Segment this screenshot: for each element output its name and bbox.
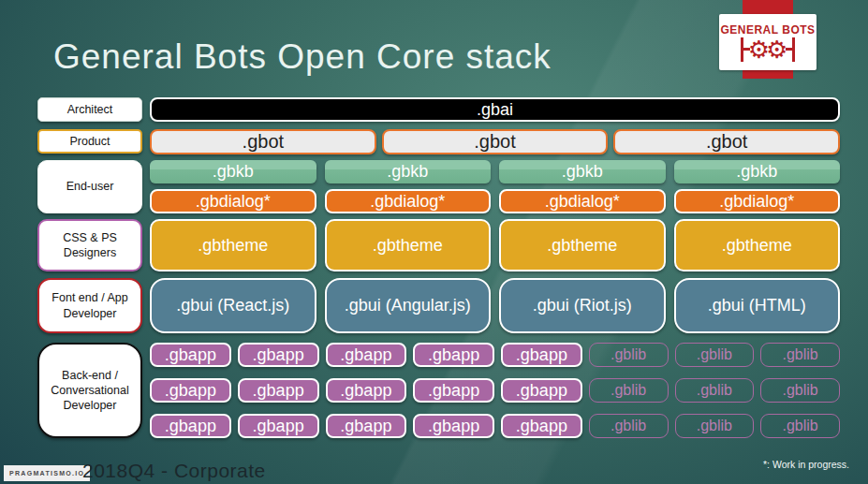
- row-gbkb: .gbkb .gbkb .gbkb .gbkb: [150, 160, 840, 183]
- row-gbui: .gbui (React.js) .gbui (Angular.js) .gbu…: [150, 278, 840, 333]
- gbapp-box: .gbapp: [413, 343, 494, 367]
- gblib-box: .gblib: [675, 378, 755, 403]
- gbkb-box: .gbkb: [325, 160, 492, 183]
- gear-end-bar-icon: [792, 37, 795, 62]
- gbapp-box: .gbapp: [501, 343, 582, 367]
- gbapp-box: .gbapp: [326, 414, 407, 438]
- gbot-box: .gbot: [613, 129, 840, 154]
- row-label-backend-conversational-developer: Back-end / Conversational Developer: [37, 343, 142, 438]
- gbdialog-box: .gbdialog*: [150, 189, 316, 213]
- logo-wordmark: GENERAL BOTS: [720, 23, 815, 37]
- gbkb-box: .gbkb: [150, 160, 316, 183]
- pragmatismo-logo: PRAGMATISMO.IO: [4, 465, 90, 481]
- page-title: General Bots Open Core stack: [53, 37, 552, 77]
- row-gbtheme: .gbtheme .gbtheme .gbtheme .gbtheme: [150, 219, 840, 271]
- slide: General Bots Open Core stack GENERAL BOT…: [0, 0, 868, 484]
- gbapp-box: .gbapp: [150, 414, 231, 438]
- gbui-html-box: .gbui (HTML): [674, 278, 841, 333]
- row-gbapp-gblib-3: .gbapp .gbapp .gbapp .gbapp .gbapp .gbli…: [150, 414, 840, 438]
- gbapp-box: .gbapp: [150, 378, 231, 403]
- gbui-react-box: .gbui (React.js): [150, 278, 316, 333]
- gblib-box: .gblib: [589, 414, 669, 438]
- gblib-box: .gblib: [760, 414, 840, 438]
- row-label-css-ps-designers: CSS & PS Designers: [37, 219, 142, 271]
- gblib-box: .gblib: [589, 343, 669, 367]
- row-label-architect: Architect: [37, 97, 142, 122]
- work-in-progress-footnote: *: Work in progress.: [763, 459, 849, 470]
- footer-caption: 2018Q4 - Corporate: [82, 460, 266, 482]
- gbui-angular-box: .gbui (Angular.js): [325, 278, 492, 333]
- gbapp-box: .gbapp: [413, 378, 494, 403]
- gbot-box: .gbot: [382, 129, 609, 154]
- gbapp-box: .gbapp: [501, 414, 582, 438]
- gbdialog-box: .gbdialog*: [674, 189, 841, 213]
- row-gbapp-gblib-1: .gbapp .gbapp .gbapp .gbapp .gbapp .gbli…: [150, 343, 840, 367]
- row-label-product: Product: [37, 129, 142, 154]
- gbapp-box: .gbapp: [326, 343, 407, 367]
- general-bots-logo: GENERAL BOTS ⚙⚙: [719, 14, 817, 70]
- gbtheme-box: .gbtheme: [325, 219, 492, 271]
- gbai-box: .gbai: [150, 97, 840, 122]
- row-gbot: .gbot .gbot .gbot: [150, 129, 840, 154]
- gblib-box: .gblib: [760, 378, 840, 403]
- gblib-box: .gblib: [589, 378, 669, 403]
- gbapp-box: .gbapp: [238, 343, 319, 367]
- row-label-frontend-app-developer: Font end / App Developer: [37, 278, 142, 333]
- gbapp-box: .gbapp: [501, 378, 582, 403]
- gbapp-box: .gbapp: [150, 343, 231, 367]
- gbapp-box: .gbapp: [326, 378, 407, 403]
- gear-axle-icon: [786, 48, 792, 51]
- row-label-end-user: End-user: [37, 160, 142, 213]
- gbdialog-box: .gbdialog*: [325, 189, 492, 213]
- gbdialog-box: .gbdialog*: [499, 189, 666, 213]
- row-gbai: .gbai: [150, 97, 840, 122]
- row-gbapp-gblib-2: .gbapp .gbapp .gbapp .gbapp .gbapp .gbli…: [150, 378, 840, 403]
- gblib-box: .gblib: [675, 414, 755, 438]
- gbapp-box: .gbapp: [413, 414, 494, 438]
- gbtheme-box: .gbtheme: [150, 219, 316, 271]
- gbapp-box: .gbapp: [238, 414, 319, 438]
- gears-icon: ⚙⚙: [741, 37, 796, 62]
- gbtheme-box: .gbtheme: [674, 219, 841, 271]
- gblib-box: .gblib: [760, 343, 840, 367]
- gbkb-box: .gbkb: [499, 160, 666, 183]
- gear-icon: ⚙: [766, 37, 787, 62]
- gbapp-box: .gbapp: [238, 378, 319, 403]
- gblib-box: .gblib: [675, 343, 755, 367]
- gbui-riot-box: .gbui (Riot.js): [499, 278, 666, 333]
- gbkb-box: .gbkb: [674, 160, 841, 183]
- gbtheme-box: .gbtheme: [499, 219, 666, 271]
- gbot-box: .gbot: [150, 129, 376, 154]
- row-gbdialog: .gbdialog* .gbdialog* .gbdialog* .gbdial…: [150, 189, 840, 213]
